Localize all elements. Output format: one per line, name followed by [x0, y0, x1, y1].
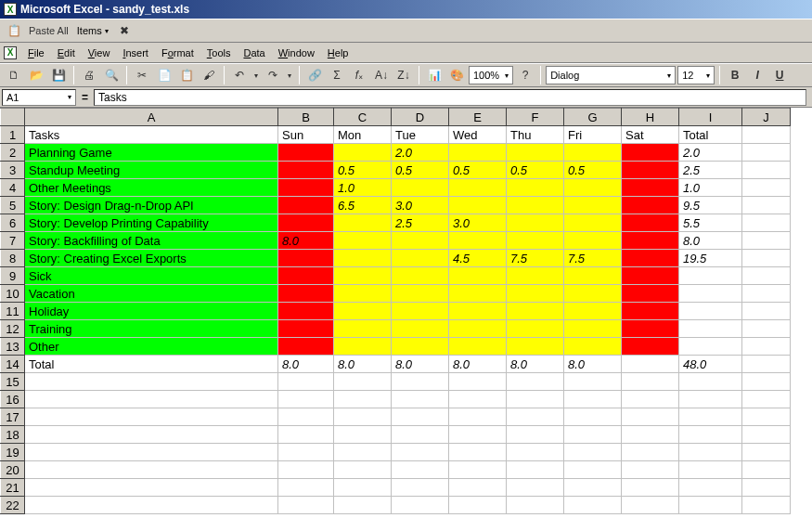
- cell[interactable]: [392, 391, 449, 408]
- cell[interactable]: [507, 444, 564, 461]
- cell[interactable]: [679, 285, 742, 303]
- cell[interactable]: Total: [679, 126, 742, 144]
- formula-input[interactable]: Tasks: [94, 89, 806, 106]
- menu-insert[interactable]: Insert: [117, 45, 154, 60]
- cell[interactable]: [334, 497, 392, 514]
- row-header[interactable]: 11: [1, 303, 25, 320]
- cell[interactable]: [564, 408, 622, 426]
- menu-tools[interactable]: Tools: [201, 45, 237, 60]
- row-header[interactable]: 22: [1, 497, 25, 514]
- cell[interactable]: Sun: [278, 126, 334, 144]
- save-icon[interactable]: 💾: [48, 65, 69, 85]
- cell[interactable]: 8.0: [278, 232, 334, 250]
- cell[interactable]: [507, 144, 564, 162]
- col-header-G[interactable]: G: [564, 109, 622, 126]
- cell[interactable]: [507, 373, 564, 391]
- cell[interactable]: 7.5: [507, 250, 564, 267]
- cell[interactable]: 0.5: [334, 162, 392, 179]
- cell[interactable]: [622, 373, 679, 391]
- cell[interactable]: [334, 408, 392, 426]
- cell[interactable]: [564, 303, 622, 320]
- cell[interactable]: [679, 320, 742, 338]
- col-header-C[interactable]: C: [334, 109, 392, 126]
- cell[interactable]: [679, 408, 742, 426]
- cell[interactable]: Other: [25, 338, 278, 356]
- cell[interactable]: [622, 162, 679, 179]
- cell[interactable]: Story: Backfilling of Data: [25, 232, 278, 250]
- cell[interactable]: [507, 408, 564, 426]
- cell[interactable]: 8.0: [449, 356, 507, 373]
- underline-icon[interactable]: U: [769, 65, 790, 85]
- zoom-combo[interactable]: 100%▾: [469, 66, 513, 84]
- cell[interactable]: 0.5: [392, 162, 449, 179]
- hyperlink-icon[interactable]: 🔗: [304, 65, 325, 85]
- new-icon[interactable]: 🗋: [4, 65, 24, 85]
- row-header[interactable]: 3: [1, 162, 25, 179]
- redo-dropdown-icon[interactable]: ▾: [285, 65, 294, 85]
- cell[interactable]: [507, 197, 564, 214]
- cell[interactable]: [449, 320, 507, 338]
- row-header[interactable]: 17: [1, 408, 25, 426]
- name-box[interactable]: A1 ▾: [2, 89, 76, 106]
- cell[interactable]: [742, 267, 791, 285]
- cell[interactable]: [742, 426, 791, 444]
- cell[interactable]: [742, 444, 791, 461]
- cell[interactable]: [742, 391, 791, 408]
- row-header[interactable]: 5: [1, 197, 25, 214]
- cell[interactable]: [742, 408, 791, 426]
- cell[interactable]: 1.0: [334, 179, 392, 197]
- cell[interactable]: [278, 197, 334, 214]
- cell[interactable]: [679, 267, 742, 285]
- bold-icon[interactable]: B: [725, 65, 745, 85]
- col-header-F[interactable]: F: [507, 109, 564, 126]
- cut-icon[interactable]: ✂: [132, 65, 152, 85]
- cell[interactable]: [564, 461, 622, 479]
- cell[interactable]: [25, 444, 278, 461]
- menu-edit[interactable]: Edit: [52, 45, 81, 60]
- cell[interactable]: 0.5: [507, 162, 564, 179]
- cell[interactable]: [622, 197, 679, 214]
- cell[interactable]: [507, 267, 564, 285]
- cell[interactable]: [392, 320, 449, 338]
- cell[interactable]: [742, 320, 791, 338]
- cell[interactable]: [449, 197, 507, 214]
- cell[interactable]: [679, 461, 742, 479]
- cell[interactable]: [449, 444, 507, 461]
- row-header[interactable]: 8: [1, 250, 25, 267]
- cell[interactable]: [334, 373, 392, 391]
- cell[interactable]: [449, 373, 507, 391]
- autosum-icon[interactable]: Σ: [327, 65, 347, 85]
- cell[interactable]: [449, 267, 507, 285]
- cell[interactable]: [449, 179, 507, 197]
- cell[interactable]: [25, 497, 278, 514]
- cell[interactable]: [679, 497, 742, 514]
- cell[interactable]: [278, 338, 334, 356]
- cell[interactable]: [622, 356, 679, 373]
- chevron-down-icon[interactable]: ▾: [68, 93, 71, 101]
- cell[interactable]: [507, 179, 564, 197]
- cell[interactable]: [622, 179, 679, 197]
- cell[interactable]: [449, 479, 507, 497]
- cell[interactable]: [278, 391, 334, 408]
- cell[interactable]: Fri: [564, 126, 622, 144]
- cell[interactable]: 8.0: [564, 356, 622, 373]
- cell[interactable]: [564, 144, 622, 162]
- cell[interactable]: [392, 179, 449, 197]
- font-size-combo[interactable]: 12▾: [677, 66, 715, 84]
- cell[interactable]: [742, 214, 791, 232]
- cell[interactable]: [679, 338, 742, 356]
- sort-asc-icon[interactable]: A↓: [371, 65, 392, 85]
- cell[interactable]: [622, 144, 679, 162]
- cell[interactable]: 8.0: [278, 356, 334, 373]
- cell[interactable]: [25, 408, 278, 426]
- menu-help[interactable]: Help: [322, 45, 354, 60]
- cell[interactable]: Story: Creating Excel Exports: [25, 250, 278, 267]
- row-header[interactable]: 4: [1, 179, 25, 197]
- row-header[interactable]: 19: [1, 444, 25, 461]
- cell[interactable]: [278, 320, 334, 338]
- undo-icon[interactable]: ↶: [229, 65, 250, 85]
- cell[interactable]: [278, 373, 334, 391]
- cell[interactable]: 6.5: [334, 197, 392, 214]
- cell[interactable]: [622, 479, 679, 497]
- col-header-J[interactable]: J: [742, 109, 791, 126]
